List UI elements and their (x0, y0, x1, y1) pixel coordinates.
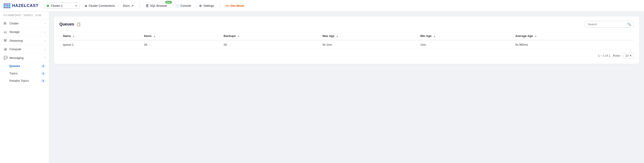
sidebar-sub-item-topics[interactable]: Topics 1 (0, 70, 49, 77)
col-header-backups[interactable]: Backups ▲ (220, 32, 319, 40)
chevron-right-icon: › (44, 31, 46, 33)
table-row[interactable]: queue-1 26 26 9s 1ms 1ms 5s 982ms (59, 40, 634, 49)
sidebar-sub-item-reliable-topics[interactable]: Reliable Topics 1 (0, 77, 49, 84)
sidebar-item-storage[interactable]: 🗂 Storage › (0, 28, 49, 36)
sidebar-sub-item-queues[interactable]: Queues 1 (0, 62, 49, 70)
cluster-selector[interactable]: Cluster-1 ▾ (44, 3, 80, 9)
rows-chevron-icon: ▾ (630, 54, 632, 57)
page-title: Queues (59, 22, 74, 27)
nav-divider-2 (220, 2, 220, 9)
sidebar-item-cluster[interactable]: ⊞ Cluster › (0, 19, 49, 28)
reliable-topics-badge: 1 (41, 79, 46, 82)
search-icon: 🔍 (627, 22, 631, 26)
dev-mode-icon: </> (225, 4, 230, 8)
col-header-min-age[interactable]: Min Age ▲ (417, 32, 512, 40)
sort-icon-average-age: ▲ (535, 35, 537, 38)
queues-card: Queues 📋 🔍 Name ▲ Items (54, 16, 640, 64)
settings-button[interactable]: ⚙ Settings (196, 3, 217, 9)
messaging-icon: 💬 (4, 56, 8, 60)
sort-icon-max-age: ▲ (336, 35, 338, 38)
cluster-connections-button[interactable]: ⊕ Cluster Connections (82, 3, 118, 9)
rows-value: 10 (626, 54, 628, 57)
external-link-icon: ↗ (131, 4, 134, 8)
sort-icon-items: ▲ (153, 35, 156, 38)
sort-icon-name: ▲ (72, 35, 75, 38)
sidebar-item-compute[interactable]: 🖥 Compute › (0, 45, 49, 54)
document-icon: 📋 (76, 22, 81, 26)
table-header: Name ▲ Items ▲ Backups ▲ Max Age (59, 32, 634, 40)
search-input[interactable] (588, 22, 626, 26)
chevron-right-icon: › (44, 48, 46, 50)
cell-name: queue-1 (59, 40, 140, 49)
top-nav: HAZELCAST Cluster-1 ▾ ⊕ Cluster Connecti… (0, 0, 644, 12)
logo: HAZELCAST (4, 3, 38, 8)
streaming-icon: ⌘ (4, 38, 8, 42)
nav-divider-1 (140, 2, 140, 9)
compute-icon: 🖥 (4, 47, 8, 51)
logo-grid-icon (4, 3, 10, 8)
chevron-right-icon: › (44, 39, 46, 42)
cluster-chevron-icon: ▾ (76, 4, 77, 8)
storage-icon: 🗂 (4, 30, 8, 34)
col-header-items[interactable]: Items ▲ (140, 32, 220, 40)
chevron-up-icon: ^ (44, 56, 46, 59)
rows-per-page-select[interactable]: 10 ▾ (623, 53, 634, 58)
database-icon: 🗄 (146, 4, 149, 8)
pagination: 1 – 1 of 1 Rows 10 ▾ (59, 53, 634, 58)
queues-table: Name ▲ Items ▲ Backups ▲ Max Age (59, 32, 634, 49)
sort-icon-min-age: ▲ (433, 35, 436, 38)
col-header-average-age[interactable]: Average Age ▲ (512, 32, 634, 40)
cell-min-age: 1ms (417, 40, 512, 49)
cell-max-age: 9s 1ms (319, 40, 417, 49)
queues-badge: 1 (41, 64, 46, 68)
cluster-name: Cluster-1 (51, 4, 74, 8)
sort-icon-backups: ▲ (237, 35, 240, 38)
layout: 5.0-SNAPSHOT · 10/09/21 · 12:56 ⊞ Cluste… (0, 12, 644, 163)
sidebar: 5.0-SNAPSHOT · 10/09/21 · 12:56 ⊞ Cluste… (0, 12, 49, 163)
main-content: Queues 📋 🔍 Name ▲ Items (49, 12, 644, 163)
cell-average-age: 5s 982ms (512, 40, 634, 49)
console-button[interactable]: 📄 Console (172, 3, 194, 9)
pagination-info: 1 – 1 of 1 (598, 54, 610, 57)
version-label: 5.0-SNAPSHOT · 10/09/21 · 12:56 (0, 12, 49, 19)
rows-label: Rows (613, 54, 620, 57)
dev-mode-button[interactable]: </> Dev Mode (222, 3, 247, 9)
chevron-right-icon: › (44, 22, 46, 25)
cluster-status-dot (47, 5, 49, 7)
cell-backups: 26 (220, 40, 319, 49)
logo-text: HAZELCAST (12, 3, 38, 8)
card-header: Queues 📋 🔍 (59, 21, 634, 28)
search-box[interactable]: 🔍 (585, 21, 634, 28)
docs-button[interactable]: Docs ↗ (120, 3, 137, 9)
topics-badge: 1 (41, 72, 46, 75)
sidebar-item-messaging[interactable]: 💬 Messaging ^ (0, 54, 49, 62)
col-header-max-age[interactable]: Max Age ▲ (319, 32, 417, 40)
table-body: queue-1 26 26 9s 1ms 1ms 5s 982ms (59, 40, 634, 49)
gear-icon: ⚙ (199, 4, 202, 8)
sidebar-item-streaming[interactable]: ⌘ Streaming › (0, 36, 49, 45)
console-icon: 📄 (175, 4, 179, 8)
col-header-name[interactable]: Name ▲ (59, 32, 140, 40)
cluster-icon: ⊞ (4, 21, 8, 25)
new-badge: New (165, 1, 172, 4)
table-header-row: Name ▲ Items ▲ Backups ▲ Max Age (59, 32, 634, 40)
plus-circle-icon: ⊕ (85, 4, 87, 8)
sql-browser-button[interactable]: 🗄 SQL Browser New (142, 3, 170, 9)
cell-items: 26 (140, 40, 220, 49)
card-title: Queues 📋 (59, 22, 81, 27)
